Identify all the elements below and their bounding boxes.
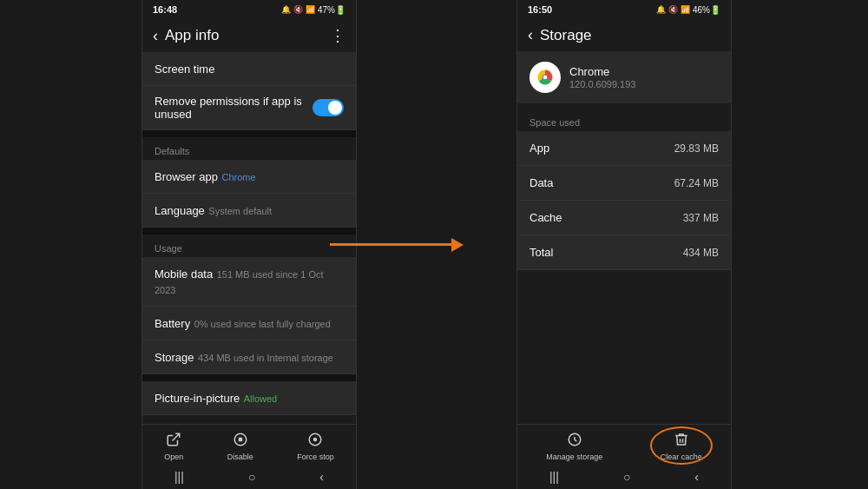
right-signal-icon: 📶 <box>681 5 690 14</box>
force-stop-label: Force stop <box>297 453 334 461</box>
open-label: Open <box>164 453 183 461</box>
disable-button[interactable]: Disable <box>227 432 253 461</box>
data-storage-label: Data <box>529 176 553 189</box>
navigation-arrow <box>330 238 464 252</box>
screen-time-item[interactable]: Screen time <box>142 52 356 86</box>
usage-section-header: Usage <box>142 235 356 257</box>
right-home-button[interactable]: ○ <box>623 470 630 484</box>
browser-app-item[interactable]: Browser app Chrome <box>142 160 356 194</box>
manage-storage-label: Manage storage <box>546 453 602 461</box>
data-storage-row: Data 67.24 MB <box>517 166 731 201</box>
divider-1 <box>142 130 356 137</box>
right-mute-icon: 🔇 <box>668 5 678 14</box>
browser-app-value: Chrome <box>221 172 255 182</box>
svg-rect-2 <box>238 438 242 442</box>
arrow-line <box>330 243 451 246</box>
right-page-title: Storage <box>540 27 720 44</box>
svg-line-0 <box>173 433 180 440</box>
open-button[interactable]: Open <box>164 432 183 461</box>
total-storage-value: 434 MB <box>683 247 719 259</box>
app-name-version: Chrome 120.0.6099.193 <box>569 65 635 89</box>
remove-permissions-toggle[interactable] <box>312 99 344 116</box>
storage-label: Storage <box>155 351 194 364</box>
pip-label: Picture-in-picture <box>155 392 240 405</box>
signal-icon: 📶 <box>306 5 315 14</box>
clear-cache-icon <box>674 432 689 451</box>
svg-point-9 <box>543 76 547 79</box>
svg-point-4 <box>313 438 318 442</box>
mute-icon: 🔇 <box>293 5 303 14</box>
arrow-wrapper <box>357 0 437 489</box>
mobile-data-label: Mobile data <box>155 268 213 281</box>
back-button[interactable]: ‹ <box>153 27 158 45</box>
battery-item[interactable]: Battery 0% used since last fully charged <box>142 307 356 340</box>
right-system-nav: ||| ○ ‹ <box>517 465 731 489</box>
pip-value: Allowed <box>244 393 278 404</box>
language-value: System default <box>208 206 272 216</box>
app-storage-row: App 29.83 MB <box>517 131 731 166</box>
left-phone-screen: 16:48 🔔 🔇 📶 47%🔋 ‹ App info ⋮ Screen tim… <box>141 0 357 489</box>
more-options-button[interactable]: ⋮ <box>330 26 345 45</box>
right-back-button[interactable]: ‹ <box>528 26 533 44</box>
browser-app-label: Browser app <box>155 170 218 183</box>
remove-permissions-item[interactable]: Remove permissions if app is unused <box>142 86 356 130</box>
storage-value: 434 MB used in Internal storage <box>198 353 333 363</box>
toggle-knob <box>328 101 342 115</box>
force-stop-button[interactable]: Force stop <box>297 432 334 461</box>
spacer <box>517 270 731 424</box>
home-button[interactable]: ○ <box>248 470 255 484</box>
total-storage-label: Total <box>529 246 553 259</box>
right-bottom-nav: Manage storage Clear cache <box>517 424 731 465</box>
sound-icon: 🔔 <box>281 5 291 14</box>
app-info-header: Chrome 120.0.6099.193 <box>517 51 731 103</box>
battery-value: 0% used since last fully charged <box>194 319 331 329</box>
open-icon <box>166 432 181 451</box>
app-version: 120.0.6099.193 <box>569 79 635 89</box>
clear-cache-button[interactable]: Clear cache <box>661 432 702 461</box>
cache-storage-row: Cache 337 MB <box>517 201 731 235</box>
force-stop-icon <box>307 432 323 451</box>
battery-label: Battery <box>155 317 190 330</box>
left-content: Screen time Remove permissions if app is… <box>142 52 356 424</box>
right-recents-button[interactable]: ||| <box>549 470 559 484</box>
left-system-nav: ||| ○ ‹ <box>142 465 356 489</box>
page-title: App info <box>165 27 330 44</box>
language-label: Language <box>155 204 205 217</box>
manage-storage-icon <box>567 432 582 451</box>
disable-label: Disable <box>227 453 253 461</box>
right-battery: 46%🔋 <box>693 5 720 15</box>
battery-left: 47%🔋 <box>318 5 345 15</box>
recents-button[interactable]: ||| <box>174 470 184 484</box>
cache-storage-label: Cache <box>529 211 562 224</box>
defaults-section-header: Defaults <box>142 137 356 160</box>
left-status-icons: 🔔 🔇 📶 47%🔋 <box>281 5 345 15</box>
chrome-icon <box>529 62 561 93</box>
cache-storage-value: 337 MB <box>683 212 719 224</box>
clear-cache-label: Clear cache <box>661 453 702 461</box>
arrow-head <box>451 238 464 252</box>
language-item[interactable]: Language System default <box>142 194 356 228</box>
screen-time-label: Screen time <box>155 63 214 76</box>
left-bottom-nav: Open Disable Force stop <box>142 424 356 465</box>
right-phone-screen: 16:50 🔔 🔇 📶 46%🔋 ‹ Storage <box>516 0 732 489</box>
app-name: Chrome <box>569 65 635 78</box>
back-nav-button[interactable]: ‹ <box>319 470 324 484</box>
remove-permissions-label: Remove permissions if app is unused <box>155 95 302 121</box>
right-back-nav-button[interactable]: ‹ <box>694 470 699 484</box>
left-header: ‹ App info ⋮ <box>142 19 356 52</box>
total-storage-row: Total 434 MB <box>517 235 731 270</box>
data-storage-value: 67.24 MB <box>674 177 719 189</box>
right-status-bar: 16:50 🔔 🔇 📶 46%🔋 <box>517 0 731 19</box>
right-sound-icon: 🔔 <box>656 5 666 14</box>
manage-storage-button[interactable]: Manage storage <box>546 432 602 461</box>
app-storage-label: App <box>529 142 549 155</box>
pip-item[interactable]: Picture-in-picture Allowed <box>142 381 356 415</box>
divider-3 <box>142 374 356 381</box>
space-used-label: Space used <box>517 110 731 131</box>
right-header: ‹ Storage <box>517 19 731 51</box>
storage-item[interactable]: Storage 434 MB used in Internal storage <box>142 340 356 374</box>
mobile-data-item[interactable]: Mobile data 151 MB used since 1 Oct 2023 <box>142 257 356 307</box>
divider-2 <box>142 228 356 235</box>
right-status-icons: 🔔 🔇 📶 46%🔋 <box>656 5 720 15</box>
right-time: 16:50 <box>528 4 552 15</box>
